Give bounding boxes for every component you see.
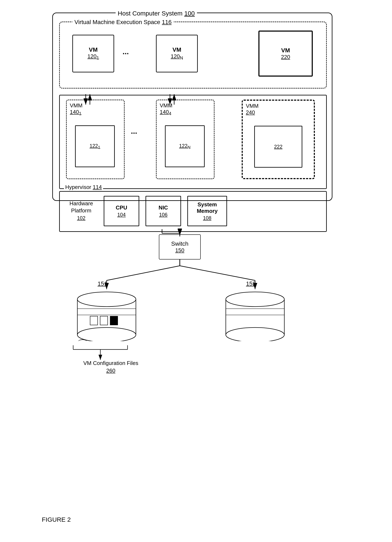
hw-platform-label: Hardware Platform <box>63 200 100 214</box>
vm-exec-space-label: Virtual Machine Execution Space 116 <box>72 19 174 26</box>
storage-151-label: 151 <box>90 280 115 287</box>
svg-point-7 <box>226 327 284 341</box>
nic-box: NIC 106 <box>146 196 181 226</box>
config-icon-2 <box>100 316 108 325</box>
vm-config-files-container: ⌒ VM Configuration Files 260 <box>63 360 159 374</box>
system-memory-box: System Memory 108 <box>187 196 227 226</box>
system-memory-number: 108 <box>203 215 211 221</box>
svg-point-6 <box>226 292 284 307</box>
cpu-122-n-box: 122N <box>165 125 205 167</box>
vm-220-number: 220 <box>281 54 290 60</box>
hw-platform-number: 102 <box>77 215 85 221</box>
diagram-container: Host Computer System 100 Virtual Machine… <box>42 8 350 529</box>
config-file-icons <box>90 316 118 325</box>
cpu-122-n-label: 122N <box>179 143 191 150</box>
config-icon-1 <box>90 316 98 325</box>
switch-label: Switch <box>171 240 188 247</box>
vm-220-box: VM 220 <box>258 31 313 76</box>
vm-120-1-label: VM <box>89 46 98 53</box>
storage-151: 151 <box>75 289 138 342</box>
hypervisor-label: Hypervisor 114 <box>64 184 103 190</box>
vm-120-n-number: 120N <box>171 53 183 61</box>
nic-label: NIC <box>159 205 168 211</box>
cpu-number: 104 <box>117 212 126 218</box>
cpu-label: CPU <box>116 205 127 211</box>
vm-220-label: VM <box>281 47 290 54</box>
hypervisor-box: Hypervisor 114 VMM1401 1221 ··· VMM1404 … <box>59 95 327 189</box>
dots-1: ··· <box>122 49 129 58</box>
cpu-222-label: 222 <box>274 144 282 150</box>
vmm-240-label: VMM240 <box>246 103 259 116</box>
storage-152: 152 <box>224 289 286 342</box>
cpu-122-1-box: 1221 <box>75 125 115 167</box>
nic-number: 106 <box>159 212 167 218</box>
figure-label: FIGURE 2 <box>42 516 71 523</box>
host-computer-system-label: Host Computer System 100 <box>116 10 197 17</box>
cpu-box: CPU 104 <box>104 196 139 226</box>
vm-120-n-label: VM <box>172 46 181 53</box>
config-icon-3 <box>110 316 118 325</box>
vm-120-n-box: VM 120N <box>156 35 198 72</box>
switch-number: 150 <box>175 247 184 254</box>
host-computer-system-box: Host Computer System 100 Virtual Machine… <box>52 13 332 201</box>
vmm-140-1-label: VMM1401 <box>70 102 83 116</box>
storage-152-label: 152 <box>238 280 263 287</box>
svg-line-25 <box>180 266 255 280</box>
vm-exec-space-box: Virtual Machine Execution Space 116 VM 1… <box>59 22 327 88</box>
vm-config-files-label: VM Configuration Files <box>63 360 159 366</box>
vmm-140-4-outer: VMM1404 122N <box>156 100 215 179</box>
switch-box: Switch 150 <box>159 234 201 260</box>
vm-120-1-box: VM 1201 <box>72 35 114 72</box>
svg-point-1 <box>77 292 136 307</box>
system-memory-label: System Memory <box>188 201 226 214</box>
svg-line-22 <box>107 266 180 280</box>
vmm-140-1-outer: VMM1401 1221 <box>66 100 125 179</box>
hardware-platform-box: Hardware Platform 102 CPU 104 NIC 106 Sy… <box>59 191 327 232</box>
vm-120-1-number: 1201 <box>87 53 99 61</box>
vmm-240-outer: VMM240 222 <box>242 100 315 179</box>
vmm-140-4-label: VMM1404 <box>160 102 172 116</box>
vm-config-files-number: 260 <box>63 368 159 374</box>
cpu-222-box: 222 <box>254 126 302 168</box>
cpu-122-1-label: 1221 <box>90 143 100 150</box>
dots-2: ··· <box>131 129 137 138</box>
config-brace: ⌒ <box>77 339 88 349</box>
